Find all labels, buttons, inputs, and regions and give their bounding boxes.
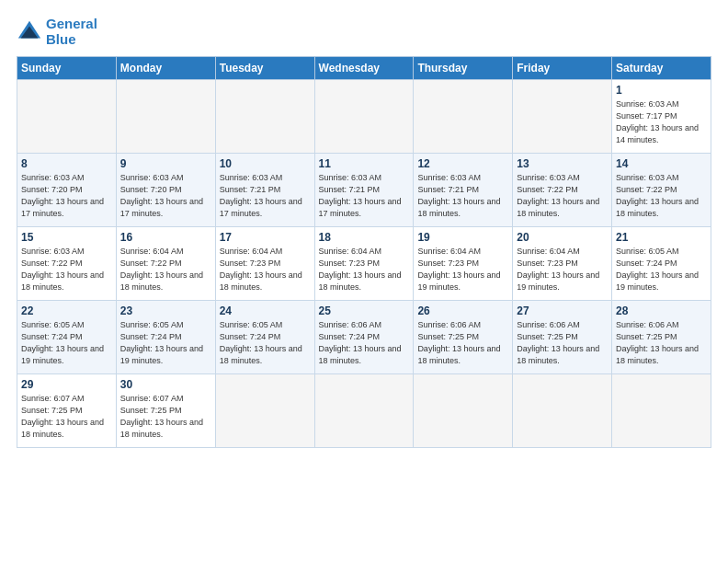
day-info: Sunrise: 6:03 AMSunset: 7:22 PMDaylight:… (616, 172, 707, 220)
day-number: 30 (120, 378, 211, 391)
day-header-saturday: Saturday (612, 57, 711, 80)
day-number: 17 (220, 231, 311, 244)
day-number: 16 (120, 231, 211, 244)
calendar-cell (513, 374, 612, 448)
day-number: 1 (616, 84, 707, 97)
calendar-cell (215, 80, 314, 154)
calendar-table: SundayMondayTuesdayWednesdayThursdayFrid… (17, 56, 711, 448)
day-number: 23 (120, 304, 211, 317)
calendar-cell: 29Sunrise: 6:07 AMSunset: 7:25 PMDayligh… (17, 374, 117, 448)
day-number: 19 (417, 231, 508, 244)
day-info: Sunrise: 6:05 AMSunset: 7:24 PMDaylight:… (616, 246, 707, 293)
day-info: Sunrise: 6:05 AMSunset: 7:24 PMDaylight:… (220, 319, 311, 367)
calendar-week-2: 8Sunrise: 6:03 AMSunset: 7:20 PMDaylight… (17, 154, 711, 227)
day-number: 14 (616, 157, 707, 170)
calendar-cell (116, 80, 215, 154)
calendar-header-row: SundayMondayTuesdayWednesdayThursdayFrid… (17, 57, 711, 80)
logo-text: General Blue (46, 17, 97, 47)
day-number: 21 (616, 231, 707, 244)
day-info: Sunrise: 6:04 AMSunset: 7:22 PMDaylight:… (120, 246, 211, 293)
calendar-cell (314, 374, 414, 448)
day-info: Sunrise: 6:07 AMSunset: 7:25 PMDaylight:… (120, 393, 211, 441)
calendar-cell: 23Sunrise: 6:05 AMSunset: 7:24 PMDayligh… (116, 301, 215, 374)
calendar-cell: 13Sunrise: 6:03 AMSunset: 7:22 PMDayligh… (513, 154, 612, 227)
calendar-cell: 24Sunrise: 6:05 AMSunset: 7:24 PMDayligh… (215, 301, 314, 374)
day-header-wednesday: Wednesday (314, 57, 414, 80)
calendar-cell (314, 80, 414, 154)
calendar-week-4: 22Sunrise: 6:05 AMSunset: 7:24 PMDayligh… (17, 301, 711, 374)
calendar-cell: 17Sunrise: 6:04 AMSunset: 7:23 PMDayligh… (215, 227, 314, 301)
day-number: 13 (517, 157, 608, 170)
day-info: Sunrise: 6:03 AMSunset: 7:22 PMDaylight:… (517, 172, 608, 220)
calendar-cell: 26Sunrise: 6:06 AMSunset: 7:25 PMDayligh… (414, 301, 513, 374)
day-info: Sunrise: 6:04 AMSunset: 7:23 PMDaylight:… (517, 246, 608, 293)
day-number: 27 (517, 304, 608, 317)
day-info: Sunrise: 6:06 AMSunset: 7:25 PMDaylight:… (616, 319, 707, 367)
day-info: Sunrise: 6:05 AMSunset: 7:24 PMDaylight:… (21, 319, 112, 367)
day-number: 24 (220, 304, 311, 317)
day-number: 11 (319, 157, 410, 170)
day-info: Sunrise: 6:06 AMSunset: 7:25 PMDaylight:… (517, 319, 608, 367)
day-header-tuesday: Tuesday (215, 57, 314, 80)
day-info: Sunrise: 6:03 AMSunset: 7:21 PMDaylight:… (220, 172, 311, 220)
day-number: 26 (417, 304, 508, 317)
day-number: 29 (21, 378, 112, 391)
header: General Blue (17, 17, 711, 47)
calendar-cell: 30Sunrise: 6:07 AMSunset: 7:25 PMDayligh… (116, 374, 215, 448)
calendar-cell: 28Sunrise: 6:06 AMSunset: 7:25 PMDayligh… (612, 301, 711, 374)
calendar-week-3: 15Sunrise: 6:03 AMSunset: 7:22 PMDayligh… (17, 227, 711, 301)
day-info: Sunrise: 6:07 AMSunset: 7:25 PMDaylight:… (21, 393, 112, 441)
calendar-cell: 27Sunrise: 6:06 AMSunset: 7:25 PMDayligh… (513, 301, 612, 374)
calendar-cell (612, 374, 711, 448)
day-header-sunday: Sunday (17, 57, 117, 80)
calendar-cell: 16Sunrise: 6:04 AMSunset: 7:22 PMDayligh… (116, 227, 215, 301)
day-info: Sunrise: 6:03 AMSunset: 7:21 PMDaylight:… (319, 172, 410, 220)
day-header-friday: Friday (513, 57, 612, 80)
day-info: Sunrise: 6:06 AMSunset: 7:24 PMDaylight:… (319, 319, 410, 367)
day-number: 15 (21, 231, 112, 244)
calendar-cell: 20Sunrise: 6:04 AMSunset: 7:23 PMDayligh… (513, 227, 612, 301)
day-number: 22 (21, 304, 112, 317)
calendar-week-5: 29Sunrise: 6:07 AMSunset: 7:25 PMDayligh… (17, 374, 711, 448)
calendar-cell: 19Sunrise: 6:04 AMSunset: 7:23 PMDayligh… (414, 227, 513, 301)
calendar-cell (414, 374, 513, 448)
day-info: Sunrise: 6:06 AMSunset: 7:25 PMDaylight:… (417, 319, 508, 367)
day-number: 28 (616, 304, 707, 317)
day-number: 9 (120, 157, 211, 170)
logo-icon (17, 19, 42, 45)
day-info: Sunrise: 6:03 AMSunset: 7:21 PMDaylight:… (417, 172, 508, 220)
calendar-cell: 25Sunrise: 6:06 AMSunset: 7:24 PMDayligh… (314, 301, 414, 374)
calendar-cell: 14Sunrise: 6:03 AMSunset: 7:22 PMDayligh… (612, 154, 711, 227)
calendar-cell: 1Sunrise: 6:03 AMSunset: 7:17 PMDaylight… (612, 80, 711, 154)
calendar-cell (513, 80, 612, 154)
day-header-monday: Monday (116, 57, 215, 80)
day-info: Sunrise: 6:03 AMSunset: 7:17 PMDaylight:… (616, 98, 707, 146)
day-number: 10 (220, 157, 311, 170)
calendar-cell: 12Sunrise: 6:03 AMSunset: 7:21 PMDayligh… (414, 154, 513, 227)
day-info: Sunrise: 6:04 AMSunset: 7:23 PMDaylight:… (220, 246, 311, 293)
calendar-cell (414, 80, 513, 154)
logo: General Blue (17, 17, 97, 47)
calendar-cell: 11Sunrise: 6:03 AMSunset: 7:21 PMDayligh… (314, 154, 414, 227)
day-header-thursday: Thursday (414, 57, 513, 80)
day-info: Sunrise: 6:03 AMSunset: 7:20 PMDaylight:… (120, 172, 211, 220)
day-info: Sunrise: 6:04 AMSunset: 7:23 PMDaylight:… (319, 246, 410, 293)
calendar-cell: 9Sunrise: 6:03 AMSunset: 7:20 PMDaylight… (116, 154, 215, 227)
calendar-cell (17, 80, 117, 154)
calendar-cell (215, 374, 314, 448)
calendar-cell: 18Sunrise: 6:04 AMSunset: 7:23 PMDayligh… (314, 227, 414, 301)
calendar-cell: 10Sunrise: 6:03 AMSunset: 7:21 PMDayligh… (215, 154, 314, 227)
calendar-cell: 22Sunrise: 6:05 AMSunset: 7:24 PMDayligh… (17, 301, 117, 374)
day-info: Sunrise: 6:04 AMSunset: 7:23 PMDaylight:… (417, 246, 508, 293)
day-info: Sunrise: 6:03 AMSunset: 7:20 PMDaylight:… (21, 172, 112, 220)
day-number: 25 (319, 304, 410, 317)
page: General Blue SundayMondayTuesdayWednesda… (0, 0, 728, 563)
calendar-week-1: 1Sunrise: 6:03 AMSunset: 7:17 PMDaylight… (17, 80, 711, 154)
calendar-cell: 21Sunrise: 6:05 AMSunset: 7:24 PMDayligh… (612, 227, 711, 301)
day-info: Sunrise: 6:03 AMSunset: 7:22 PMDaylight:… (21, 246, 112, 293)
day-number: 20 (517, 231, 608, 244)
calendar-cell: 8Sunrise: 6:03 AMSunset: 7:20 PMDaylight… (17, 154, 117, 227)
calendar-cell: 15Sunrise: 6:03 AMSunset: 7:22 PMDayligh… (17, 227, 117, 301)
day-info: Sunrise: 6:05 AMSunset: 7:24 PMDaylight:… (120, 319, 211, 367)
day-number: 8 (21, 157, 112, 170)
